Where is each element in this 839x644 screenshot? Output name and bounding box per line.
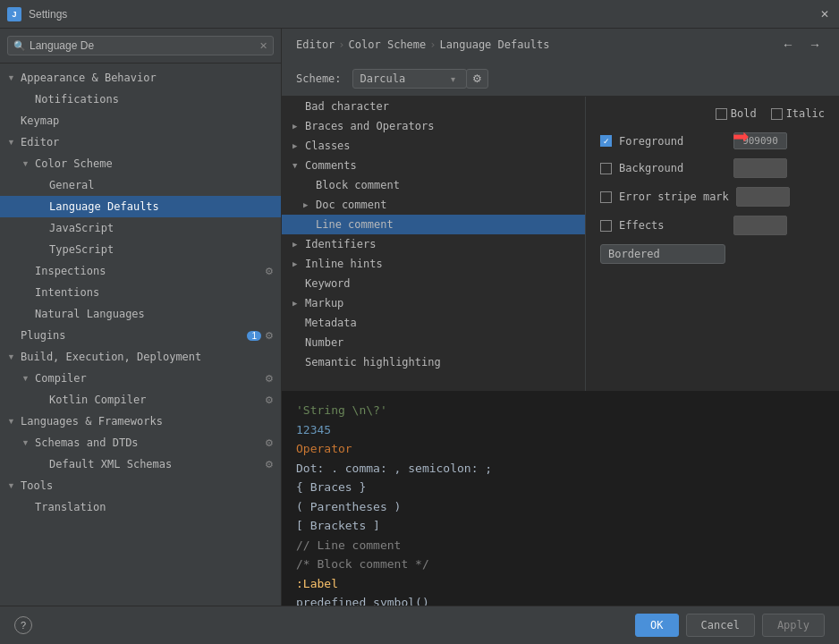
foreground-row: Foreground ➡ 909090 — [600, 132, 825, 149]
search-icon: 🔍 — [13, 40, 26, 52]
sidebar-item-natural-languages[interactable]: Natural Languages — [0, 303, 281, 325]
background-color-box[interactable] — [733, 158, 787, 178]
list-item-identifiers[interactable]: ▶ Identifiers — [282, 234, 585, 254]
effects-label: Effects — [619, 219, 726, 232]
breadcrumb-color-scheme: Color Scheme — [349, 38, 427, 51]
expand-icon: ▶ — [292, 240, 301, 249]
foreground-checkbox[interactable] — [600, 135, 612, 147]
elem-label: Block comment — [316, 179, 400, 191]
sidebar-item-schemas-dtds[interactable]: ▼ Schemas and DTDs ⚙ — [0, 432, 281, 453]
list-item-block-comment[interactable]: Block comment — [282, 175, 585, 195]
sidebar-item-label: Build, Execution, Deployment — [21, 351, 277, 363]
search-input[interactable] — [30, 39, 259, 52]
sidebar-item-label: Language Defaults — [49, 200, 277, 213]
sidebar-item-languages-frameworks[interactable]: ▼ Languages & Frameworks — [0, 411, 281, 432]
list-item-doc-comment[interactable]: ▶ Doc comment — [282, 195, 585, 215]
help-button[interactable]: ? — [14, 616, 32, 634]
sidebar-item-language-defaults[interactable]: Language Defaults — [0, 196, 281, 217]
sidebar-item-label: Compiler — [35, 372, 265, 385]
sidebar-item-typescript[interactable]: TypeScript — [0, 239, 281, 260]
sidebar-item-general[interactable]: General — [0, 174, 281, 196]
sidebar-item-label: Intentions — [35, 286, 277, 299]
sidebar-item-label: Tools — [21, 479, 277, 492]
expand-icon: ▼ — [292, 161, 301, 170]
foreground-label: Foreground — [619, 135, 726, 148]
elem-label: Doc comment — [316, 199, 386, 211]
error-stripe-checkbox[interactable] — [600, 191, 612, 203]
error-stripe-color-box[interactable] — [736, 187, 790, 207]
sidebar-item-label: TypeScript — [49, 243, 277, 256]
sidebar-item-label: Languages & Frameworks — [21, 415, 277, 428]
italic-checkbox[interactable] — [771, 108, 783, 120]
apply-button[interactable]: Apply — [762, 614, 825, 637]
list-item-line-comment[interactable]: Line comment — [282, 215, 585, 234]
effects-type-select[interactable]: Bordered Underscored Bold underscored Un… — [600, 244, 725, 264]
elem-label: Number — [305, 336, 343, 349]
gear-icon: ⚙ — [265, 330, 274, 342]
expand-icon: ▼ — [7, 481, 18, 490]
sidebar-item-build[interactable]: ▼ Build, Execution, Deployment — [0, 346, 281, 368]
close-button[interactable]: ✕ — [818, 7, 832, 21]
error-stripe-label: Error stripe mark — [619, 191, 729, 203]
list-item-semantic[interactable]: Semantic highlighting — [282, 352, 585, 372]
expand-icon: ▼ — [7, 73, 18, 82]
sidebar-item-color-scheme[interactable]: ▼ Color Scheme — [0, 153, 281, 174]
list-item-comments[interactable]: ▼ Comments — [282, 156, 585, 175]
background-checkbox[interactable] — [600, 163, 612, 174]
preview-line: 12345 — [296, 421, 825, 439]
expand-icon: ▶ — [292, 122, 301, 131]
elem-label: Comments — [305, 159, 357, 172]
sidebar-item-label: Kotlin Compiler — [49, 394, 265, 406]
expand-icon: ▶ — [292, 259, 301, 268]
title-bar: J Settings ✕ — [0, 0, 839, 29]
sidebar-item-kotlin-compiler[interactable]: Kotlin Compiler ⚙ — [0, 389, 281, 411]
forward-button[interactable]: → — [805, 38, 825, 52]
sidebar-item-inspections[interactable]: Inspections ⚙ — [0, 260, 281, 282]
sidebar-item-keymap[interactable]: Keymap — [0, 110, 281, 131]
search-clear-icon[interactable]: ✕ — [259, 40, 267, 52]
sidebar-item-notifications[interactable]: Notifications — [0, 89, 281, 110]
cancel-button[interactable]: Cancel — [686, 614, 755, 637]
ok-button[interactable]: OK — [635, 614, 678, 637]
breadcrumb: Editor › Color Scheme › Language Default… — [296, 38, 549, 51]
preview-area: 'String \n\?' 12345 Operator Dot: . comm… — [282, 391, 839, 606]
scheme-select[interactable]: Darcula Default High Contrast — [352, 69, 467, 89]
bold-italic-row: Bold Italic — [600, 107, 825, 120]
sidebar-item-translation[interactable]: Translation — [0, 496, 281, 518]
sidebar-item-intentions[interactable]: Intentions — [0, 282, 281, 303]
list-item-keyword[interactable]: Keyword — [282, 274, 585, 293]
sidebar-item-editor[interactable]: ▼ Editor — [0, 131, 281, 153]
bottom-bar: ? OK Cancel Apply — [0, 606, 839, 644]
sidebar-item-label: General — [49, 179, 277, 191]
sidebar-item-appearance[interactable]: ▼ Appearance & Behavior — [0, 67, 281, 89]
list-item-inline-hints[interactable]: ▶ Inline hints — [282, 254, 585, 274]
sidebar-item-tools[interactable]: ▼ Tools — [0, 475, 281, 496]
list-item-number[interactable]: Number — [282, 333, 585, 352]
preview-line: Operator — [296, 440, 825, 458]
sidebar-item-compiler[interactable]: ▼ Compiler ⚙ — [0, 368, 281, 389]
expand-icon: ▼ — [7, 417, 18, 426]
properties-panel: Bold Italic Foreground ➡ 909090 — [586, 97, 839, 391]
list-item-metadata[interactable]: Metadata — [282, 313, 585, 333]
preview-line: predefined_symbol() — [296, 594, 825, 606]
effects-checkbox[interactable] — [600, 220, 612, 232]
sidebar-item-plugins[interactable]: Plugins 1 ⚙ — [0, 325, 281, 346]
back-button[interactable]: ← — [778, 38, 798, 52]
sidebar-item-label: Natural Languages — [35, 308, 277, 320]
list-item-markup[interactable]: ▶ Markup — [282, 293, 585, 313]
list-item[interactable]: ▶ Braces and Operators — [282, 116, 585, 136]
elem-label: Line comment — [316, 218, 394, 231]
bold-checkbox[interactable] — [716, 108, 727, 120]
effects-color-box[interactable] — [733, 216, 787, 235]
red-arrow-icon: ➡ — [733, 125, 749, 148]
sidebar-item-javascript[interactable]: JavaScript — [0, 217, 281, 239]
list-item[interactable]: Bad character — [282, 97, 585, 116]
scheme-gear-button[interactable]: ⚙ — [466, 69, 488, 89]
expand-icon: ▼ — [21, 438, 32, 447]
sidebar-item-default-xml[interactable]: Default XML Schemas ⚙ — [0, 453, 281, 475]
sidebar-item-label: Appearance & Behavior — [21, 72, 277, 84]
list-item[interactable]: ▶ Classes — [282, 136, 585, 156]
preview-line: // Line comment — [296, 537, 825, 555]
expand-icon: ▼ — [21, 159, 32, 168]
elem-label: Classes — [305, 140, 351, 152]
